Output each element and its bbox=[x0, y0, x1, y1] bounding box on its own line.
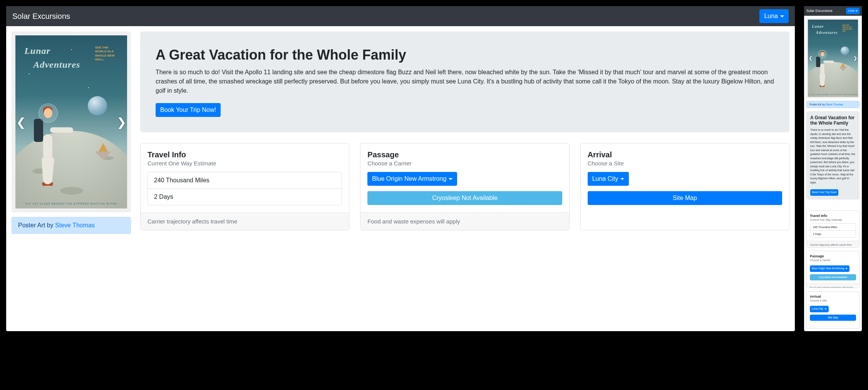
navbar: Solar Excursions Luna bbox=[6, 6, 795, 26]
poster-title-1: Lunar bbox=[24, 46, 50, 56]
brand[interactable]: Solar Excursions bbox=[12, 12, 70, 21]
travel-title: Travel Info bbox=[810, 214, 856, 218]
carousel-next[interactable]: ❯ bbox=[852, 54, 859, 62]
jumbotron: A Great Vacation for the Whole Family Th… bbox=[140, 32, 789, 132]
chevron-down-icon bbox=[824, 308, 827, 310]
main-container: Lunar Adventures SEE THE WORLD IN A WHOL… bbox=[6, 26, 795, 239]
poster-footer: FLY 1ST CLASS ABOARD THE EXPRESS SHUTTLE… bbox=[808, 94, 858, 95]
passage-title: Passage bbox=[367, 150, 562, 159]
poster-image: Lunar Adventures SEE THE WORLD IN A WHOL… bbox=[808, 20, 858, 97]
site-label: Luna City bbox=[592, 174, 618, 183]
travel-title: Travel Info bbox=[147, 150, 342, 159]
cryosleep-button[interactable]: Cryosleep Not Available bbox=[367, 191, 562, 205]
carrier-dropdown[interactable]: Blue Origin New Armstrong bbox=[810, 265, 850, 272]
poster-carousel: Lunar Adventures SEE THE WORLD IN A WHOL… bbox=[12, 32, 131, 212]
lander-icon bbox=[839, 63, 847, 71]
carrier-label: Blue Origin New Armstrong bbox=[372, 174, 446, 183]
poster-footer: FLY 1ST CLASS ABOARD THE EXPRESS SHUTTLE… bbox=[15, 202, 127, 205]
book-trip-button[interactable]: Book Your Trip Now! bbox=[156, 103, 221, 117]
poster-title-2: Adventures bbox=[33, 60, 80, 70]
arrival-card: Arrival Choose a Site Luna City Site Map bbox=[806, 291, 860, 328]
passage-card: Passage Choose a Carrier Blue Origin New… bbox=[360, 143, 569, 230]
passage-footer: Food and waste expenses will apply bbox=[807, 283, 859, 288]
destination-dropdown[interactable]: Luna bbox=[759, 9, 789, 23]
astronaut-icon bbox=[35, 103, 62, 184]
passage-footer: Food and waste expenses will apply bbox=[360, 212, 569, 230]
lander-icon bbox=[95, 143, 111, 160]
site-map-button[interactable]: Site Map bbox=[810, 315, 856, 321]
main-content: A Great Vacation for the Whole Family Th… bbox=[140, 32, 789, 234]
poster-title-2: Adventures bbox=[816, 30, 838, 35]
earth-icon bbox=[88, 96, 107, 115]
passage-subtitle: Choose a Carrier bbox=[810, 259, 856, 262]
jumbotron-body: There is so much to do! Visit the Apollo… bbox=[156, 68, 774, 95]
travel-subtitle: Current One Way Estimate bbox=[810, 218, 856, 221]
travel-duration: 2 Days bbox=[148, 189, 342, 205]
artist-link[interactable]: Steve Thomas bbox=[826, 103, 843, 106]
poster-tagline: SEE THE WORLD IN A WHOLE NEW WAY bbox=[843, 24, 854, 32]
travel-footer: Carrier trajectory affects travel time bbox=[141, 212, 349, 230]
arrival-subtitle: Choose a Site bbox=[588, 160, 782, 167]
moon-surface bbox=[808, 62, 858, 97]
carrier-dropdown[interactable]: Blue Origin New Armstrong bbox=[367, 172, 457, 186]
card-row: Travel Info Current One Way Estimate 240… bbox=[140, 143, 789, 230]
caption-prefix: Poster Art by bbox=[809, 103, 826, 106]
site-dropdown[interactable]: Luna City bbox=[588, 172, 629, 186]
carousel-prev[interactable]: ❮ bbox=[807, 54, 814, 62]
desktop-viewport: Solar Excursions Luna Lunar Adventures S… bbox=[6, 6, 795, 331]
travel-info-card: Travel Info Current One Way Estimate 240… bbox=[140, 143, 349, 230]
travel-list: 240 Thousand Miles 2 Days bbox=[810, 223, 856, 238]
site-dropdown[interactable]: Luna City bbox=[810, 306, 829, 312]
jumbotron: A Great Vacation for the Whole Family Th… bbox=[806, 111, 860, 200]
travel-subtitle: Current One Way Estimate bbox=[147, 160, 342, 167]
astronaut-icon bbox=[817, 50, 829, 86]
jumbotron-heading: A Great Vacation for the Whole Family bbox=[810, 115, 856, 126]
chevron-down-icon bbox=[855, 10, 858, 12]
poster-title-1: Lunar bbox=[812, 24, 824, 28]
arrival-title: Arrival bbox=[810, 295, 856, 298]
jumbotron-heading: A Great Vacation for the Whole Family bbox=[156, 47, 774, 63]
arrival-card: Arrival Choose a Site Luna City Site Map bbox=[580, 143, 789, 230]
destination-label: Luna bbox=[764, 12, 778, 21]
main-container: Lunar Adventures SEE THE WORLD IN A WHOL… bbox=[804, 16, 862, 331]
cryosleep-button[interactable]: Cryosleep Not Available bbox=[810, 274, 856, 281]
destination-label: Luna bbox=[848, 9, 854, 13]
navbar: Solar Excursions Luna bbox=[804, 6, 862, 16]
jumbotron-body: There is so much to do! Visit the Apollo… bbox=[810, 128, 856, 185]
travel-distance: 240 Thousand Miles bbox=[810, 224, 856, 231]
sidebar: Lunar Adventures SEE THE WORLD IN A WHOL… bbox=[12, 32, 131, 234]
mobile-viewport: Solar Excursions Luna Lunar Adventures S… bbox=[804, 6, 862, 331]
carousel-prev[interactable]: ❮ bbox=[12, 112, 30, 133]
carrier-label: Blue Origin New Armstrong bbox=[812, 267, 844, 271]
arrival-subtitle: Choose a Site bbox=[810, 299, 856, 302]
travel-duration: 2 Days bbox=[810, 231, 856, 237]
travel-distance: 240 Thousand Miles bbox=[148, 172, 342, 189]
card-row: Travel Info Current One Way Estimate 240… bbox=[806, 210, 860, 329]
site-label: Luna City bbox=[812, 307, 823, 311]
travel-list: 240 Thousand Miles 2 Days bbox=[147, 172, 342, 205]
main-content: A Great Vacation for the Whole Family Th… bbox=[806, 111, 860, 329]
caption-prefix: Poster Art by bbox=[18, 222, 55, 228]
poster-caption: Poster Art by Steve Thomas bbox=[806, 101, 860, 108]
site-map-button[interactable]: Site Map bbox=[588, 191, 782, 205]
chevron-down-icon bbox=[780, 15, 784, 17]
poster-caption: Poster Art by Steve Thomas bbox=[12, 217, 131, 234]
travel-info-card: Travel Info Current One Way Estimate 240… bbox=[806, 210, 860, 248]
artist-link[interactable]: Steve Thomas bbox=[55, 222, 95, 228]
chevron-down-icon bbox=[845, 268, 848, 269]
passage-title: Passage bbox=[810, 254, 856, 258]
arrival-title: Arrival bbox=[588, 150, 782, 159]
sidebar: Lunar Adventures SEE THE WORLD IN A WHOL… bbox=[806, 18, 860, 108]
destination-dropdown[interactable]: Luna bbox=[846, 8, 860, 14]
chevron-down-icon bbox=[449, 178, 452, 180]
brand[interactable]: Solar Excursions bbox=[806, 9, 833, 13]
passage-subtitle: Choose a Carrier bbox=[367, 160, 562, 167]
book-trip-button[interactable]: Book Your Trip Now! bbox=[810, 189, 838, 196]
moon-surface bbox=[15, 131, 127, 209]
poster-tagline: SEE THE WORLD IN A WHOLE NEW WAY bbox=[95, 46, 118, 62]
carousel-next[interactable]: ❯ bbox=[113, 112, 130, 133]
poster-carousel: Lunar Adventures SEE THE WORLD IN A WHOL… bbox=[806, 18, 860, 99]
poster-image: Lunar Adventures SEE THE WORLD IN A WHOL… bbox=[15, 35, 127, 208]
chevron-down-icon bbox=[620, 178, 624, 180]
travel-footer: Carrier trajectory affects travel time bbox=[807, 241, 859, 248]
